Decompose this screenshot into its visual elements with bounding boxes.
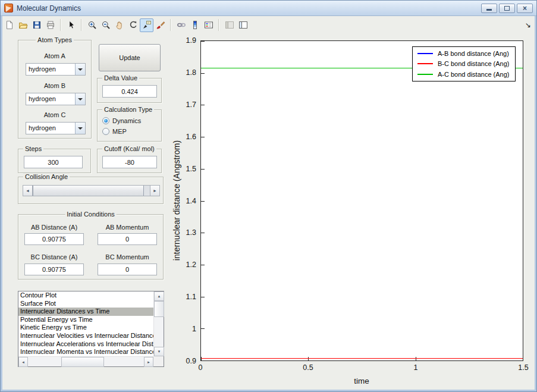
new-figure-icon [5,20,14,30]
radio-label: Dynamics [112,117,141,124]
plot-type-listbox[interactable]: Contour PlotSurface PlotInternuclear Dis… [18,291,164,367]
steps-input[interactable] [24,156,83,168]
radio-icon[interactable] [102,117,109,124]
hide-plot-tools-icon [225,20,234,30]
y-tick-mark [201,41,205,42]
zoom-in-button[interactable] [85,18,99,32]
list-item[interactable]: Kinetic Energy vs Time [18,324,153,332]
horizontal-scroll-thumb[interactable] [61,357,104,367]
delta-value-input[interactable] [102,85,157,98]
vertical-scroll-thumb[interactable] [154,301,164,317]
dock-figure-icon[interactable]: ↘ [525,21,531,29]
ab-distance-input[interactable] [24,233,84,245]
scroll-up-arrow[interactable]: ▲ [154,291,164,301]
chevron-down-icon[interactable] [75,64,85,75]
show-plot-tools-button[interactable] [236,18,250,32]
y-tick-label: 1.4 [167,197,196,205]
y-tick-mark [201,137,205,137]
insert-colorbar-button[interactable] [188,18,202,32]
y-tick-label: 1.8 [167,68,196,77]
bc-momentum-input[interactable] [98,264,157,275]
restore-icon [504,6,510,11]
chevron-down-icon[interactable] [75,93,85,105]
plot-area[interactable]: A-B bond distance (Ang)B-C bond distance… [200,40,523,361]
update-button[interactable]: Update [99,44,161,71]
legend-rows: A-B bond distance (Ang)B-C bond distance… [413,48,515,80]
legend-icon [204,20,213,30]
y-tick-label: 0.9 [167,357,196,365]
edit-plot-button[interactable] [64,18,78,32]
ab-distance-label: AB Distance (A) [24,224,84,231]
scrollbar-corner [153,356,164,366]
collision-angle-slider[interactable]: ◄ ► [23,185,160,196]
print-button[interactable] [43,18,57,32]
pan-button[interactable] [112,18,126,32]
slider-left-arrow[interactable]: ◄ [23,186,33,196]
legend[interactable]: A-B bond distance (Ang)B-C bond distance… [412,46,516,81]
bc-distance-label: BC Distance (A) [24,253,84,261]
listbox-items: Contour PlotSurface PlotInternuclear Dis… [18,291,153,356]
y-tick-label: 1.2 [167,261,196,269]
legend-line-sample [417,74,433,75]
slider-right-arrow[interactable]: ► [150,186,159,196]
titlebar: Molecular Dynamics × [1,1,536,16]
calc-type-option-mep[interactable]: MEP [102,127,127,136]
atom-c-select[interactable]: hydrogen [26,122,86,134]
cursor-arrow-icon [67,20,76,30]
hide-plot-tools-button[interactable] [222,18,236,32]
chevron-down-icon[interactable] [75,123,85,134]
ab-momentum-input[interactable] [98,233,157,245]
atom-c-value: hydrogen [29,123,56,134]
rotate-3d-button[interactable] [126,18,140,32]
zoom-out-button[interactable] [99,18,112,32]
bc-distance-input[interactable] [24,264,84,275]
open-file-button[interactable] [16,18,30,32]
toolbar-separator [81,19,82,31]
list-item[interactable]: Internuclear Momenta vs Internuclear Dis… [18,348,153,356]
link-plot-button[interactable] [174,18,188,32]
data-cursor-icon [142,20,152,30]
zoom-out-icon [101,20,111,30]
matlab-app-icon [4,4,13,12]
y-tick-mark [201,105,205,105]
list-item[interactable]: Potential Energy vs Time [18,316,153,324]
list-item[interactable]: Internuclear Velocities vs Internuclear … [18,332,153,340]
toolbar-separator [170,19,171,31]
atom-a-label: Atom A [18,52,91,59]
open-folder-icon [18,20,28,30]
data-cursor-button[interactable] [140,18,153,32]
atom-b-select[interactable]: hydrogen [26,93,86,105]
list-item[interactable]: Internuclear Accelerations vs Internucle… [18,340,153,349]
scroll-down-arrow[interactable]: ▼ [154,347,164,356]
close-button[interactable]: × [517,4,533,13]
y-tick-mark [201,233,205,233]
legend-label: A-B bond distance (Ang) [438,50,509,57]
list-item[interactable]: Internuclear Distances vs Time [18,308,153,316]
calc-type-option-dynamics[interactable]: Dynamics [102,116,141,126]
list-item[interactable]: Surface Plot [18,300,153,308]
save-button[interactable] [30,18,43,32]
legend-row: A-B bond distance (Ang) [413,48,515,59]
new-figure-button[interactable] [2,18,16,32]
cutoff-panel: Cutoff (Kcal/ mol) [97,149,162,173]
cutoff-input[interactable] [102,156,157,168]
radio-icon[interactable] [102,128,109,135]
insert-legend-button[interactable] [202,18,215,32]
horizontal-scrollbar[interactable]: ◄ ► [18,356,153,366]
scroll-right-arrow[interactable]: ► [144,357,153,367]
y-axis-tick-labels: 0.911.11.21.31.41.51.61.71.81.9 [167,40,196,361]
legend-label: A-C bond distance (Ang) [438,71,509,78]
minimize-button[interactable] [481,4,497,13]
scroll-left-arrow[interactable]: ◄ [18,357,28,367]
slider-thumb[interactable] [33,186,144,196]
vertical-scrollbar[interactable]: ▲ ▼ [153,291,164,356]
colorbar-icon [190,20,200,30]
y-tick-mark [201,201,205,202]
restore-button[interactable] [499,4,515,13]
minimize-icon [486,9,492,11]
list-item[interactable]: Contour Plot [18,291,153,300]
x-tick-label: 0.5 [303,363,313,372]
atom-a-select[interactable]: hydrogen [26,63,86,76]
y-tick-label: 1 [167,325,196,333]
brush-data-button[interactable] [153,18,167,32]
